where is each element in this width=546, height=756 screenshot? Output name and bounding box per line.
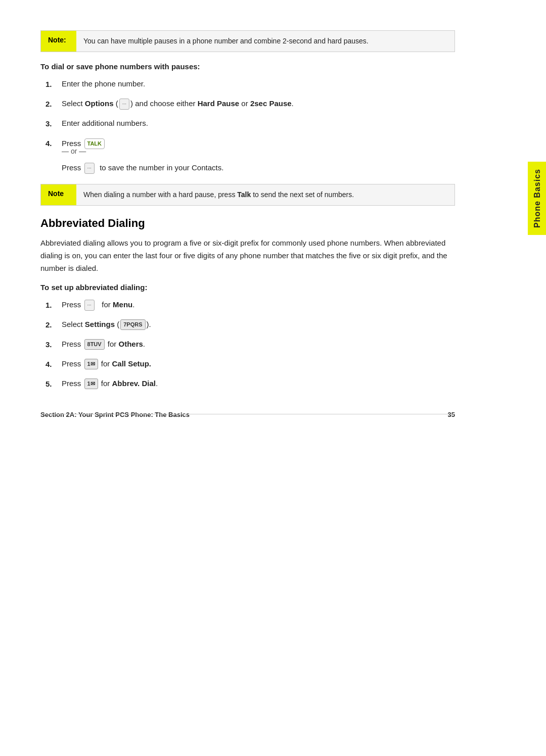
abbrev-step-num-2: 2.: [46, 318, 62, 331]
abbrev-step-num-3: 3.: [46, 338, 62, 351]
settings-bold: Settings: [85, 320, 115, 328]
hard-pause-bold: Hard Pause: [198, 99, 240, 108]
menu-icon-1: ···: [84, 300, 95, 311]
step-num-2: 2.: [46, 98, 62, 110]
page-footer: Section 2A: Your Sprint PCS Phone: The B…: [40, 411, 455, 418]
sec-pause-bold: 2sec Pause: [250, 99, 292, 108]
menu-bold: Menu: [113, 300, 132, 309]
options-bold: Options: [85, 99, 114, 108]
talk-icon: TALK: [84, 138, 105, 150]
abbrev-step-4: 4. Press 1✉ for Call Setup.: [46, 358, 455, 370]
note-content-1: You can have multiple pauses in a phone …: [76, 31, 376, 52]
abbrev-step-content-4: Press 1✉ for Call Setup.: [62, 358, 455, 370]
abbrev-steps-list: 1. Press ··· for Menu. 2. Select Setting…: [46, 299, 455, 390]
note-content-2: When dialing a number with a hard pause,…: [76, 184, 361, 205]
note-label-2: Note: [41, 184, 76, 205]
abbrev-step-1: 1. Press ··· for Menu.: [46, 299, 455, 311]
step-2-options: 2. Select Options (···) and choose eithe…: [46, 98, 455, 110]
key-1-abbrev: 1✉: [84, 379, 98, 389]
intro-heading-pauses: To dial or save phone numbers with pause…: [40, 62, 455, 71]
menu-icon-save: ···: [84, 163, 95, 174]
abbrev-step-5: 5. Press 1✉ for Abbrev. Dial.: [46, 377, 455, 390]
options-icon: ···: [119, 99, 129, 110]
footer-right: 35: [448, 411, 455, 418]
steps-list-pauses: 1. Enter the phone number. 2. Select Opt…: [46, 78, 455, 176]
abbrev-dialing-body: Abbreviated dialing allows you to progra…: [40, 237, 455, 274]
footer-left: Section 2A: Your Sprint PCS Phone: The B…: [40, 411, 190, 418]
abbrev-dial-bold: Abbrev. Dial: [112, 379, 155, 388]
note-box-1: Note: You can have multiple pauses in a …: [40, 30, 455, 52]
abbrev-step-3: 3. Press 8TUV for Others.: [46, 338, 455, 351]
step-content-2: Select Options (···) and choose either H…: [62, 98, 455, 110]
step-num-4: 4.: [46, 137, 62, 150]
step-1-enter-number: 1. Enter the phone number.: [46, 78, 455, 90]
abbrev-step-content-5: Press 1✉ for Abbrev. Dial.: [62, 377, 455, 390]
abbrev-step-content-1: Press ··· for Menu.: [62, 299, 455, 311]
abbrev-step-num-4: 4.: [46, 358, 62, 370]
abbrev-dialing-title: Abbreviated Dialing: [40, 217, 455, 230]
note-box-2: Note When dialing a number with a hard p…: [40, 184, 455, 206]
callsetup-bold: Call Setup.: [112, 359, 151, 368]
settings-icon: 7PQRS: [120, 319, 145, 330]
or-divider: — or —: [62, 146, 86, 157]
key-8tuv: 8TUV: [84, 339, 105, 350]
phone-basics-tab: Phone Basics: [528, 162, 546, 235]
note-label-1: Note:: [41, 31, 76, 52]
abbrev-step-content-2: Select Settings (7PQRS).: [62, 318, 455, 330]
key-1-callsetup: 1✉: [84, 359, 98, 369]
step-3-additional-numbers: 3. Enter additional numbers.: [46, 117, 455, 130]
talk-bold: Talk: [237, 191, 251, 199]
press-save-line: Press ··· to save the number in your Con…: [62, 162, 223, 174]
step-4-press: 4. Press TALK — or — Press ··· to save t…: [46, 137, 455, 176]
abbrev-step-num-1: 1.: [46, 299, 62, 311]
abbrev-step-num-5: 5.: [46, 377, 62, 390]
others-bold: Others: [118, 340, 143, 348]
step-num-3: 3.: [46, 117, 62, 130]
step-num-1: 1.: [46, 78, 62, 90]
abbrev-setup-heading: To set up abbreviated dialing:: [40, 283, 455, 292]
step-content-3: Enter additional numbers.: [62, 117, 455, 129]
step-content-1: Enter the phone number.: [62, 78, 455, 90]
abbrev-step-content-3: Press 8TUV for Others.: [62, 338, 455, 350]
abbrev-step-2: 2. Select Settings (7PQRS).: [46, 318, 455, 331]
